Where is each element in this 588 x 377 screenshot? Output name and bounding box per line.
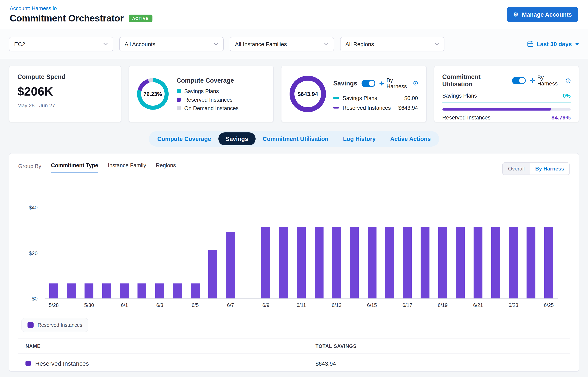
legend-item: Reserved Instances (177, 97, 239, 103)
table-header-row: NAME TOTAL SAVINGS (18, 339, 570, 354)
bar-5/28[interactable] (49, 283, 58, 298)
savings-plans-dash-icon (333, 97, 339, 99)
bar-slot (187, 207, 204, 298)
utilisation-by-harness-toggle[interactable] (512, 77, 525, 84)
table-row[interactable]: Reserved Instances $643.94 (18, 354, 570, 373)
view-option-by-harness[interactable]: By Harness (530, 163, 569, 175)
bar-6/18[interactable] (421, 226, 430, 298)
bar-6/5[interactable] (191, 283, 200, 298)
x-tick-label: 6/11 (292, 303, 310, 308)
tab-log-history[interactable]: Log History (336, 132, 383, 145)
info-icon[interactable] (413, 81, 418, 86)
bar-6/2[interactable] (138, 283, 147, 298)
bar-6/17[interactable] (403, 226, 412, 298)
utilisation-card-header: Commitment Utilisation By Harness (442, 73, 571, 88)
x-tick-label: 6/3 (151, 303, 169, 308)
ri-progress-fill (442, 108, 551, 111)
bar-6/23[interactable] (509, 226, 518, 298)
bar-slot (416, 207, 434, 298)
reserved-instances-dash-icon (333, 107, 339, 108)
bar-slot (239, 207, 257, 298)
chart-legend-toggle[interactable]: Reserved Instances (22, 318, 88, 332)
section-tabs-wrap: Compute Coverage Savings Commitment Util… (0, 131, 588, 147)
bar-6/4[interactable] (173, 283, 182, 298)
bar-6/11[interactable] (297, 226, 306, 298)
bar-slot (169, 207, 186, 298)
group-by-label: Group By (18, 162, 41, 169)
coverage-percent: 79.23% (141, 82, 164, 106)
group-tab-regions[interactable]: Regions (156, 162, 176, 173)
bar-6/25[interactable] (544, 226, 553, 298)
bar-slot (310, 207, 328, 298)
savings-plans-percent: 0% (563, 93, 571, 99)
page-header: Account: Harness.io Commitment Orchestra… (0, 0, 588, 29)
chevron-down-icon (103, 43, 108, 45)
bar-6/24[interactable] (527, 226, 536, 298)
group-tab-instance-family[interactable]: Instance Family (108, 162, 146, 173)
x-tick-label (133, 303, 151, 308)
bar-6/12[interactable] (314, 226, 323, 298)
tab-commitment-utilisation[interactable]: Commitment Utilisation (255, 132, 336, 145)
tab-active-actions[interactable]: Active Actions (383, 132, 438, 145)
regions-select[interactable]: All Regions (340, 37, 444, 51)
x-tick-label: 6/23 (504, 303, 522, 308)
x-tick-label: 6/15 (363, 303, 381, 308)
tab-compute-coverage[interactable]: Compute Coverage (150, 132, 218, 145)
bar-6/20[interactable] (456, 226, 465, 298)
bar-6/1[interactable] (120, 283, 129, 298)
section-tabs: Compute Coverage Savings Commitment Util… (149, 131, 439, 147)
bar-6/6[interactable] (209, 250, 217, 298)
status-badge: ACTIVE (128, 15, 152, 22)
bar-6/16[interactable] (385, 226, 394, 298)
legend-item: Savings Plans (177, 88, 239, 94)
bar-5/31[interactable] (102, 283, 111, 298)
bar-5/30[interactable] (85, 283, 94, 298)
bar-6/13[interactable] (332, 226, 341, 298)
group-tab-commitment-type[interactable]: Commitment Type (51, 162, 98, 173)
instance-families-select[interactable]: All Instance Families (230, 37, 334, 51)
reserved-instances-swatch-icon (25, 361, 31, 366)
savings-plans-label: Savings Plans (442, 93, 477, 99)
x-tick-label: 5/28 (45, 303, 63, 308)
view-option-overall[interactable]: Overall (503, 163, 530, 175)
x-tick-label (98, 303, 115, 308)
bar-slot (504, 207, 522, 298)
service-select[interactable]: EC2 (9, 37, 113, 51)
bar-slot (487, 207, 504, 298)
tab-savings[interactable]: Savings (218, 132, 255, 145)
savings-breakdown: Savings Plans $0.00 Reserved Instances $… (333, 95, 418, 111)
y-axis: $40 $20 $0 (18, 207, 38, 299)
reserved-instances-percent: 84.79% (551, 114, 571, 121)
bar-slot (98, 207, 115, 298)
manage-accounts-button[interactable]: ⚙ Manage Accounts (507, 7, 578, 22)
harness-logo-icon (379, 80, 384, 86)
bar-6/14[interactable] (350, 226, 359, 298)
savings-by-harness-toggle[interactable] (361, 80, 375, 87)
info-icon[interactable] (566, 78, 571, 83)
x-tick-label (381, 303, 398, 308)
x-tick-label: 6/25 (540, 303, 557, 308)
bar-6/21[interactable] (474, 226, 482, 298)
group-by-row: Group By Commitment Type Instance Family… (18, 162, 570, 175)
bar-6/7[interactable] (226, 232, 235, 298)
account-breadcrumb-link[interactable]: Account: Harness.io (10, 5, 152, 11)
bar-6/9[interactable] (261, 226, 270, 298)
bar-6/22[interactable] (491, 226, 500, 298)
savings-plans-progress-bar (442, 102, 571, 103)
date-range-picker[interactable]: Last 30 days (527, 41, 579, 47)
bar-6/19[interactable] (438, 226, 447, 298)
table-cell-name: Reserved Instances (25, 360, 315, 367)
savings-plans-swatch-icon (177, 89, 181, 93)
by-harness-label-group: By Harness (530, 74, 571, 87)
coverage-title: Compute Coverage (177, 77, 239, 84)
savings-card-header: Savings By Harness (333, 77, 418, 89)
bar-6/3[interactable] (155, 283, 164, 298)
bar-5/29[interactable] (67, 283, 76, 298)
bar-6/15[interactable] (368, 226, 377, 298)
bar-slot (292, 207, 310, 298)
commitment-utilisation-card: Commitment Utilisation By Harness Saving… (434, 66, 579, 122)
on-demand-swatch-icon (177, 106, 181, 110)
savings-total: $643.94 (294, 81, 321, 107)
accounts-select[interactable]: All Accounts (119, 37, 224, 51)
bar-6/10[interactable] (279, 226, 288, 298)
